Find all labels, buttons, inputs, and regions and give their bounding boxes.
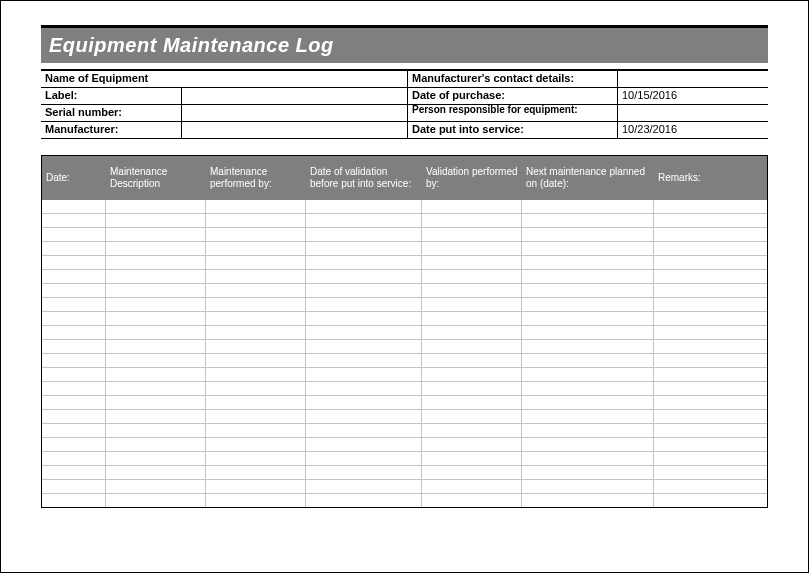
table-row	[42, 424, 767, 438]
page-container: Equipment Maintenance Log Name of Equipm…	[1, 1, 808, 528]
table-cell	[42, 256, 106, 269]
table-cell	[654, 340, 767, 353]
table-cell	[42, 214, 106, 227]
table-cell	[206, 340, 306, 353]
label-label: Label:	[41, 88, 181, 104]
table-row	[42, 284, 767, 298]
table-cell	[42, 340, 106, 353]
table-cell	[422, 480, 522, 493]
table-cell	[306, 354, 422, 367]
table-cell	[422, 396, 522, 409]
table-cell	[206, 214, 306, 227]
table-row	[42, 200, 767, 214]
table-cell	[42, 480, 106, 493]
table-cell	[522, 466, 654, 479]
info-row-serial: Serial number: Person responsible for eq…	[41, 105, 768, 122]
table-row	[42, 256, 767, 270]
manufacturer-value	[181, 122, 407, 138]
table-cell	[522, 256, 654, 269]
table-cell	[106, 452, 206, 465]
table-cell	[522, 228, 654, 241]
document-title: Equipment Maintenance Log	[41, 28, 768, 63]
table-cell	[106, 228, 206, 241]
table-cell	[654, 424, 767, 437]
table-cell	[306, 382, 422, 395]
table-cell	[106, 382, 206, 395]
table-cell	[422, 340, 522, 353]
table-cell	[106, 242, 206, 255]
table-row	[42, 298, 767, 312]
table-cell	[42, 284, 106, 297]
date-of-purchase-value: 10/15/2016	[617, 88, 768, 104]
date-of-purchase-label: Date of purchase:	[407, 88, 617, 104]
table-cell	[654, 368, 767, 381]
table-cell	[206, 438, 306, 451]
table-cell	[42, 298, 106, 311]
table-cell	[522, 410, 654, 423]
table-cell	[522, 200, 654, 213]
table-cell	[422, 312, 522, 325]
table-cell	[206, 228, 306, 241]
table-cell	[422, 326, 522, 339]
table-row	[42, 480, 767, 494]
header-description: Maintenance Description	[106, 156, 206, 200]
table-cell	[654, 256, 767, 269]
table-cell	[654, 312, 767, 325]
table-cell	[522, 494, 654, 507]
table-cell	[206, 480, 306, 493]
table-cell	[422, 200, 522, 213]
table-cell	[522, 480, 654, 493]
table-cell	[522, 424, 654, 437]
table-cell	[654, 228, 767, 241]
table-cell	[106, 298, 206, 311]
table-cell	[422, 256, 522, 269]
table-cell	[42, 452, 106, 465]
table-cell	[522, 284, 654, 297]
table-row	[42, 242, 767, 256]
table-cell	[206, 452, 306, 465]
table-cell	[654, 438, 767, 451]
table-cell	[206, 396, 306, 409]
table-cell	[106, 466, 206, 479]
table-cell	[206, 368, 306, 381]
table-cell	[422, 368, 522, 381]
table-cell	[106, 396, 206, 409]
table-cell	[106, 312, 206, 325]
table-cell	[422, 494, 522, 507]
table-cell	[654, 480, 767, 493]
table-cell	[206, 298, 306, 311]
table-cell	[206, 410, 306, 423]
person-responsible-value	[617, 105, 768, 121]
table-cell	[306, 326, 422, 339]
table-cell	[422, 354, 522, 367]
info-row-manufacturer: Manufacturer: Date put into service: 10/…	[41, 122, 768, 139]
table-cell	[306, 368, 422, 381]
table-cell	[206, 326, 306, 339]
table-cell	[306, 298, 422, 311]
table-cell	[106, 326, 206, 339]
table-cell	[422, 214, 522, 227]
table-cell	[106, 438, 206, 451]
table-row	[42, 494, 767, 508]
table-cell	[206, 284, 306, 297]
table-row	[42, 340, 767, 354]
table-cell	[306, 214, 422, 227]
table-cell	[42, 326, 106, 339]
table-cell	[522, 354, 654, 367]
header-remarks: Remarks:	[654, 156, 767, 200]
table-cell	[522, 242, 654, 255]
table-cell	[422, 242, 522, 255]
table-row	[42, 326, 767, 340]
table-cell	[522, 452, 654, 465]
table-cell	[42, 200, 106, 213]
table-cell	[422, 438, 522, 451]
table-cell	[206, 200, 306, 213]
table-cell	[654, 396, 767, 409]
name-of-equipment-value	[181, 71, 407, 87]
table-cell	[306, 438, 422, 451]
table-cell	[654, 270, 767, 283]
table-cell	[306, 424, 422, 437]
table-cell	[106, 256, 206, 269]
table-row	[42, 466, 767, 480]
table-cell	[306, 466, 422, 479]
